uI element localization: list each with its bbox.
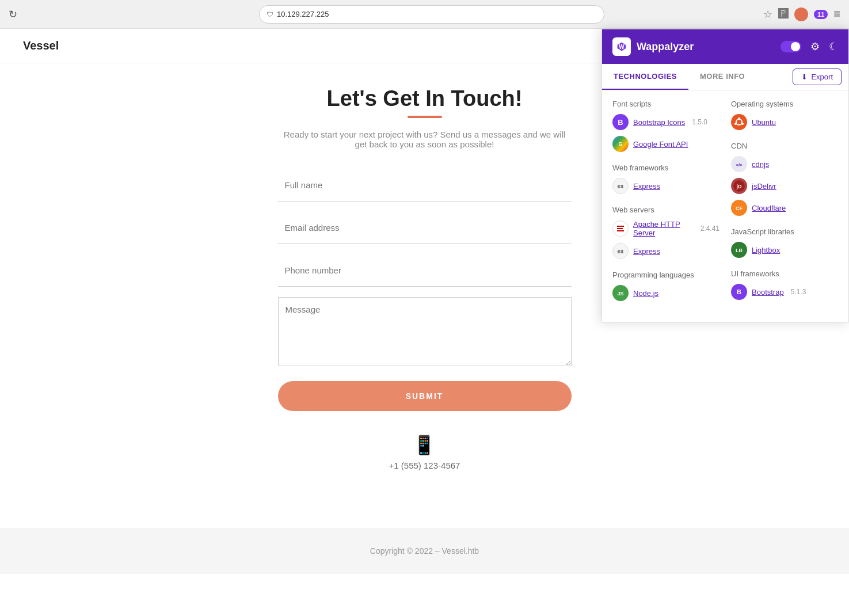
phone-input[interactable] (278, 254, 572, 287)
contact-form: SUBMIT (278, 169, 572, 434)
bootstrap-icons-icon: B (612, 114, 629, 130)
wappalyzer-toggle[interactable] (781, 41, 801, 52)
jsdelivr-link[interactable]: jsDelivr (752, 182, 776, 191)
section-javascript-libraries: JavaScript libraries LB Lightbox (731, 227, 838, 258)
nodejs-icon: JS (612, 285, 629, 301)
export-button[interactable]: ⬇ Export (793, 69, 842, 85)
notification-badge[interactable]: 11 (814, 10, 828, 19)
font-scripts-title: Font scripts (612, 100, 719, 108)
settings-icon[interactable]: ⚙ (810, 40, 820, 53)
wappalyzer-brand: W Wappalyzer (612, 37, 694, 56)
list-item: Ubuntu (731, 114, 838, 130)
svg-text:JS: JS (617, 291, 623, 296)
lightbox-link[interactable]: Lightbox (752, 246, 780, 254)
wappalyzer-header-icons: ⚙ ☾ (781, 40, 838, 53)
wappalyzer-tabs: TECHNOLOGIES MORE INFO ⬇ Export (602, 64, 848, 90)
apache-http-server-link[interactable]: Apache HTTP Server (633, 220, 694, 237)
browser-actions: ☆ 🅿 11 ≡ (763, 7, 840, 21)
svg-point-11 (741, 123, 744, 125)
tab-technologies[interactable]: TECHNOLOGIES (602, 64, 688, 90)
wappalyzer-left-col: Font scripts B Bootstrap Icons 1.5.0 G G… (612, 100, 719, 313)
cdnjs-icon: </> (731, 156, 747, 172)
ubuntu-icon (731, 114, 747, 130)
list-item: ex Express (612, 243, 719, 259)
menu-icon[interactable]: ≡ (833, 7, 840, 21)
express-server-icon: ex (612, 243, 629, 259)
list-item: ex Express (612, 178, 719, 194)
security-icon: 🛡 (266, 10, 273, 18)
export-label: Export (811, 73, 833, 81)
cdnjs-link[interactable]: cdnjs (752, 160, 769, 169)
reload-button[interactable]: ↻ (9, 8, 17, 21)
email-input[interactable] (278, 212, 572, 244)
list-item: LB Lightbox (731, 242, 838, 258)
cloudflare-link[interactable]: Cloudflare (752, 204, 786, 212)
main-content: Let's Get In Touch! Ready to start your … (189, 63, 661, 528)
express-server-link[interactable]: Express (633, 247, 660, 256)
section-programming-languages: Programming languages JS Node.js (612, 271, 719, 301)
express-framework-icon: ex (612, 178, 629, 194)
svg-text:CF: CF (736, 206, 743, 211)
web-servers-title: Web servers (612, 206, 719, 214)
message-textarea[interactable] (278, 297, 572, 366)
list-item: G Google Font API (612, 136, 719, 152)
list-item: </> cdnjs (731, 156, 838, 172)
phone-number-text: +1 (555) 123-4567 (389, 461, 460, 470)
list-item: JS Node.js (612, 285, 719, 301)
google-font-icon: G (612, 136, 629, 152)
section-web-servers: Web servers Apache HTTP Server 2.4.41 ex… (612, 206, 719, 259)
express-framework-link[interactable]: Express (633, 182, 660, 191)
jsdelivr-icon: jD (731, 178, 747, 194)
list-item: Apache HTTP Server 2.4.41 (612, 220, 719, 237)
javascript-libraries-title: JavaScript libraries (731, 227, 838, 236)
wappalyzer-title: Wappalyzer (637, 41, 694, 53)
pocket-icon[interactable]: 🅿 (778, 8, 789, 20)
bootstrap-ui-version: 5.1.3 (791, 288, 806, 296)
bootstrap-icons-version: 1.5.0 (692, 118, 707, 126)
wappalyzer-logo: W (612, 37, 631, 56)
star-icon[interactable]: ☆ (763, 8, 772, 21)
bootstrap-ui-icon: B (731, 284, 747, 300)
bootstrap-ui-link[interactable]: Bootstrap (752, 288, 784, 296)
wappalyzer-right-col: Operating systems Ubuntu CDN </> (731, 100, 838, 313)
page-wrapper: Vessel A... Let's Get In Touch! Ready to… (0, 29, 849, 574)
svg-text:</>: </> (736, 162, 743, 168)
section-web-frameworks: Web frameworks ex Express (612, 163, 719, 194)
download-icon: ⬇ (801, 73, 808, 81)
list-item: B Bootstrap Icons 1.5.0 (612, 114, 719, 130)
section-ui-frameworks: UI frameworks B Bootstrap 5.1.3 (731, 269, 838, 300)
apache-version: 2.4.41 (700, 225, 719, 233)
programming-languages-title: Programming languages (612, 271, 719, 279)
web-frameworks-title: Web frameworks (612, 163, 719, 172)
lightbox-icon: LB (731, 242, 747, 258)
section-font-scripts: Font scripts B Bootstrap Icons 1.5.0 G G… (612, 100, 719, 152)
wappalyzer-header: W Wappalyzer ⚙ ☾ (602, 29, 848, 64)
section-cdn: CDN </> cdnjs jD jsDelivr (731, 142, 838, 216)
phone-section: 📱 +1 (555) 123-4567 (389, 434, 460, 470)
svg-point-12 (734, 123, 737, 125)
cdn-title: CDN (731, 142, 838, 150)
night-mode-icon[interactable]: ☾ (829, 40, 838, 53)
svg-text:LB: LB (736, 248, 743, 253)
browser-chrome: ↻ 🛡 10.129.227.225 ☆ 🅿 11 ≡ (0, 0, 849, 29)
tab-more-info[interactable]: MORE INFO (688, 64, 756, 90)
nodejs-link[interactable]: Node.js (633, 289, 658, 298)
svg-text:jD: jD (736, 184, 743, 189)
apache-icon (612, 220, 629, 237)
ubuntu-link[interactable]: Ubuntu (752, 118, 776, 127)
submit-button[interactable]: SUBMIT (278, 381, 572, 411)
list-item: CF Cloudflare (731, 200, 838, 216)
address-bar[interactable]: 🛡 10.129.227.225 (259, 5, 604, 24)
footer: Copyright © 2022 – Vessel.htb (0, 528, 849, 574)
google-font-link[interactable]: Google Font API (633, 140, 688, 149)
section-operating-systems: Operating systems Ubuntu (731, 100, 838, 130)
wappalyzer-panel: W Wappalyzer ⚙ ☾ TECHNOLOGIES MORE INFO … (601, 29, 849, 322)
footer-text: Copyright © 2022 – Vessel.htb (370, 546, 479, 556)
url-text: 10.129.227.225 (277, 10, 329, 18)
title-underline (408, 116, 442, 118)
avatar-icon[interactable] (794, 7, 808, 21)
full-name-input[interactable] (278, 169, 572, 201)
page-subtitle: Ready to start your next project with us… (281, 130, 569, 149)
bootstrap-icons-link[interactable]: Bootstrap Icons (633, 118, 685, 127)
navbar-brand: Vessel (23, 39, 59, 52)
